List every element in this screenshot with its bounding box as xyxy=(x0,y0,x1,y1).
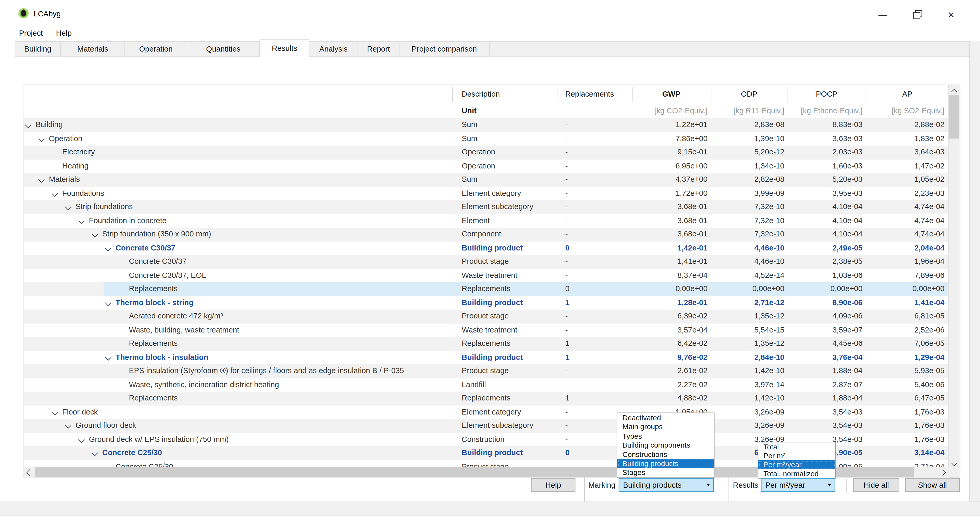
table-row[interactable]: Strip foundationsElement subcategory-3,6… xyxy=(24,200,949,214)
expand-collapse-icon[interactable] xyxy=(79,436,84,442)
table-row[interactable]: Aerated concrete 472 kg/m³Product stage-… xyxy=(24,310,949,323)
scroll-down-icon[interactable] xyxy=(951,460,958,466)
column-header-odp[interactable]: ODP xyxy=(711,85,788,103)
cell-ap: 3,14e-04 xyxy=(862,446,944,460)
help-button[interactable]: Help xyxy=(531,478,576,492)
menu-item-project[interactable]: Project xyxy=(19,29,43,37)
cell-gwp: 3,57e-04 xyxy=(625,323,707,337)
table-row[interactable]: OperationSum-7,86e+001,39e-103,63e-031,8… xyxy=(24,132,949,145)
restore-icon[interactable] xyxy=(906,8,928,22)
table-row[interactable]: ReplacementsReplacements14,88e-021,42e-1… xyxy=(24,391,949,405)
table-row[interactable]: Concrete C30/37Building product01,42e-01… xyxy=(24,241,949,255)
marking-option-building-products[interactable]: Building products xyxy=(617,459,714,468)
marking-option-deactivated[interactable]: Deactivated xyxy=(617,413,714,422)
scroll-left-icon[interactable] xyxy=(26,470,32,476)
tab-operation[interactable]: Operation xyxy=(125,42,187,57)
results-option-total[interactable]: Total xyxy=(758,442,835,451)
show-all-button[interactable]: Show all xyxy=(905,478,960,492)
table-row[interactable]: Concrete C30/37, EOLWaste treatment-8,37… xyxy=(24,268,949,282)
table-row[interactable]: MaterialsSum-4,37e+002,82e-085,20e-031,0… xyxy=(24,173,949,187)
lcabyg-logo-icon xyxy=(19,8,29,19)
tab-project-comparison[interactable]: Project comparison xyxy=(399,42,490,57)
cell-ap: 7,06e-05 xyxy=(862,337,944,350)
hide-all-button[interactable]: Hide all xyxy=(853,478,899,492)
expand-collapse-icon[interactable] xyxy=(105,245,111,251)
column-header-gwp[interactable]: GWP xyxy=(632,85,711,103)
table-row[interactable]: Foundation in concreteElement-3,68e-017,… xyxy=(24,214,949,228)
expand-collapse-icon[interactable] xyxy=(92,231,97,237)
expand-collapse-icon[interactable] xyxy=(38,177,44,182)
cell-description: Replacements xyxy=(462,282,563,296)
results-combobox[interactable]: Per m²/year xyxy=(761,478,835,492)
marking-option-main-groups[interactable]: Main groups xyxy=(617,422,714,431)
tree-item-label: Concrete C30/37, EOL xyxy=(129,268,206,282)
table-row[interactable]: Waste, building, waste treatmentWaste tr… xyxy=(24,323,949,337)
column-header-ap[interactable]: AP xyxy=(866,85,949,103)
expand-collapse-icon[interactable] xyxy=(105,299,111,305)
cell-description: Replacements xyxy=(462,337,563,350)
marking-option-building-components[interactable]: Building components xyxy=(617,441,714,450)
table-row[interactable]: Floor deckElement category-1,05e+003,26e… xyxy=(24,405,949,419)
expand-collapse-icon[interactable] xyxy=(79,217,84,223)
cell-replacements: - xyxy=(565,132,622,145)
expand-collapse-icon[interactable] xyxy=(65,204,71,209)
vertical-scrollbar[interactable] xyxy=(948,85,960,477)
cell-pocp: 3,76e-04 xyxy=(780,350,862,364)
tree-item-label: Foundations xyxy=(62,187,104,200)
column-header-replacements[interactable]: Replacements xyxy=(565,85,641,103)
cell-replacements: 1 xyxy=(565,350,622,364)
table-row[interactable]: EPS insulation (Styrofoam ®) for ceiling… xyxy=(24,364,949,378)
results-option-per-m-[interactable]: Per m² xyxy=(758,451,835,460)
expand-collapse-icon[interactable] xyxy=(25,122,31,128)
cell-replacements: 1 xyxy=(565,296,622,309)
expand-collapse-icon[interactable] xyxy=(52,190,57,196)
tab-quantities[interactable]: Quantities xyxy=(187,42,259,57)
cell-replacements: - xyxy=(565,187,622,200)
expand-collapse-icon[interactable] xyxy=(105,354,111,360)
menu-item-help[interactable]: Help xyxy=(56,29,72,37)
table-row[interactable]: FoundationsElement category-1,72e+003,99… xyxy=(24,187,949,200)
expand-collapse-icon[interactable] xyxy=(65,423,71,428)
marking-option-stages[interactable]: Stages xyxy=(617,468,714,477)
expand-collapse-icon[interactable] xyxy=(38,136,44,141)
table-row[interactable]: Thermo block - insulationBuilding produc… xyxy=(24,350,949,364)
marking-option-types[interactable]: Types xyxy=(617,431,714,441)
close-icon[interactable] xyxy=(941,8,963,22)
marking-option-constructions[interactable]: Constructions xyxy=(617,450,714,459)
cell-description: Landfill xyxy=(462,378,563,391)
table-row[interactable]: ReplacementsReplacements00,00e+000,00e+0… xyxy=(24,282,949,296)
expand-collapse-icon[interactable] xyxy=(52,409,57,415)
marking-label: Marking xyxy=(587,478,615,492)
tab-materials[interactable]: Materials xyxy=(61,42,125,57)
table-row[interactable]: Waste, synthetic, incineration district … xyxy=(24,378,949,391)
tab-report[interactable]: Report xyxy=(358,42,399,57)
table-row[interactable]: Ground floor deckElement subcategory-3,2… xyxy=(24,419,949,433)
tab-results[interactable]: Results xyxy=(260,39,309,57)
table-row[interactable]: HeatingOperation-6,95e+001,34e-101,60e-0… xyxy=(24,159,949,173)
minimize-icon[interactable] xyxy=(872,8,894,22)
cell-ap: 6,81e-05 xyxy=(862,310,944,323)
cell-odp: 2,82e-08 xyxy=(702,173,784,187)
results-option-total-normalized[interactable]: Total, normalized xyxy=(758,469,835,478)
cell-pocp: 4,45e-06 xyxy=(780,337,862,350)
table-row[interactable]: BuildingSum-1,22e+012,83e-088,83e-032,88… xyxy=(24,118,949,132)
results-option-per-m-year[interactable]: Per m²/year xyxy=(758,460,835,469)
column-header-pocp[interactable]: POCP xyxy=(788,85,865,103)
scroll-up-icon[interactable] xyxy=(951,89,958,95)
table-row[interactable]: Concrete C30/37Product stage-1,41e-014,4… xyxy=(24,255,949,268)
table-row[interactable]: ElectricityOperation-9,15e-015,20e-122,0… xyxy=(24,145,949,159)
scroll-right-icon[interactable] xyxy=(940,470,946,476)
column-header-description[interactable]: Description xyxy=(462,85,554,103)
cell-replacements: - xyxy=(565,310,622,323)
vertical-scroll-thumb[interactable] xyxy=(949,95,959,139)
expand-collapse-icon[interactable] xyxy=(92,450,97,456)
tab-building[interactable]: Building xyxy=(14,42,61,57)
cell-odp: 3,99e-09 xyxy=(702,187,784,200)
table-row[interactable]: Thermo block - stringBuilding product11,… xyxy=(24,296,949,309)
table-row[interactable]: Strip foundation (350 x 900 mm)Component… xyxy=(24,228,949,241)
marking-combobox[interactable]: Building products xyxy=(619,478,714,492)
table-row[interactable]: ReplacementsReplacements16,42e-021,35e-1… xyxy=(24,337,949,350)
tab-analysis[interactable]: Analysis xyxy=(309,42,358,57)
cell-odp: 2,83e-08 xyxy=(702,118,784,132)
cell-pocp: 4,10e-04 xyxy=(780,214,862,228)
